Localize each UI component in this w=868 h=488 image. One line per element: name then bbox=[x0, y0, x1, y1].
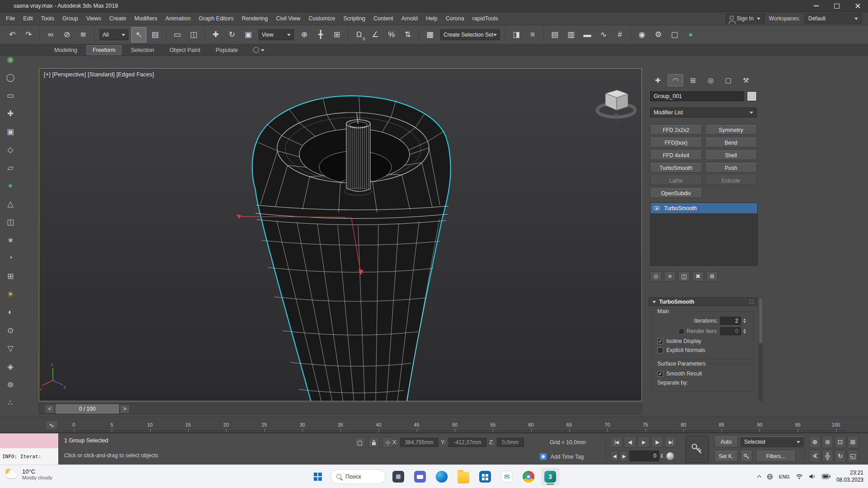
listener-line[interactable]: INFO: Iterat: bbox=[0, 448, 58, 465]
set-keys-button[interactable] bbox=[685, 436, 709, 463]
absolute-offset-mode-toggle[interactable]: ⊹ bbox=[382, 437, 393, 448]
select-and-rotate-icon[interactable]: ↻ bbox=[224, 27, 240, 42]
next-key-button[interactable]: ▶ bbox=[620, 450, 628, 461]
maxscript-mini-listener[interactable]: INFO: Iterat: bbox=[0, 433, 59, 465]
modifier-button-symmetry[interactable]: Symmetry bbox=[705, 125, 757, 135]
ribbon-toggle-icon[interactable]: ▬ bbox=[580, 27, 595, 42]
motion-tab-icon[interactable]: ◎ bbox=[703, 74, 718, 86]
add-time-tag[interactable]: Add Time Tag bbox=[551, 454, 584, 460]
frame-spinner[interactable] bbox=[660, 452, 663, 460]
stack-item-turbosmooth[interactable]: TurboSmooth bbox=[651, 203, 757, 213]
snaps-toggle-icon[interactable]: Ω3 bbox=[351, 27, 367, 42]
menu-civil-view[interactable]: Civil View bbox=[272, 12, 304, 25]
language-indicator[interactable]: ENG bbox=[779, 474, 790, 479]
track-bar[interactable]: ∿ 05101520253035404550556065707580859095… bbox=[0, 417, 868, 433]
pin-stack-icon[interactable]: ⊙ bbox=[650, 271, 662, 282]
taskbar-app-store[interactable] bbox=[476, 468, 494, 486]
modifier-button-opensubdiv[interactable]: OpenSubdiv bbox=[650, 188, 702, 198]
ribbon-tab-selection[interactable]: Selection bbox=[124, 45, 160, 55]
menu-rapidtools[interactable]: rapidTools bbox=[468, 12, 502, 25]
pan-icon[interactable]: ╬ bbox=[822, 450, 833, 462]
taskbar-search[interactable]: Поиск bbox=[330, 469, 386, 484]
left-tool-icon-13[interactable]: ⊞ bbox=[2, 268, 19, 284]
menu-modifiers[interactable]: Modifiers bbox=[130, 12, 161, 25]
make-unique-icon[interactable]: ◫ bbox=[678, 271, 690, 282]
x-coordinate-field[interactable]: 364,755mm bbox=[400, 438, 438, 447]
go-to-start-button[interactable]: |◀ bbox=[610, 436, 623, 448]
ribbon-tab-freeform[interactable]: Freeform bbox=[86, 45, 122, 55]
scene-explorer-icon[interactable]: ▤ bbox=[547, 27, 562, 42]
panel-scrollbar-thumb[interactable] bbox=[759, 298, 762, 343]
viewport-label[interactable]: [+] [Perspective] [Standard] [Edged Face… bbox=[44, 71, 154, 78]
left-tool-icon-20[interactable]: ∴ bbox=[2, 395, 19, 410]
play-button[interactable]: ▶ bbox=[637, 436, 650, 448]
select-and-link-icon[interactable]: ∞ bbox=[43, 27, 58, 42]
orbit-icon[interactable]: ↻ bbox=[835, 450, 846, 462]
sign-in-button[interactable]: Sign In bbox=[726, 14, 764, 23]
show-end-result-icon[interactable]: ≡ bbox=[664, 271, 676, 282]
current-frame-field[interactable]: 0 bbox=[629, 450, 659, 461]
smooth-result-checkbox[interactable]: ✓ bbox=[657, 371, 663, 377]
left-tool-icon-07[interactable]: ▱ bbox=[2, 160, 19, 175]
wifi-icon[interactable] bbox=[796, 474, 803, 479]
start-button[interactable] bbox=[309, 468, 327, 486]
keyboard-shortcut-override-icon[interactable]: ⊞ bbox=[329, 27, 344, 42]
left-tool-icon-14[interactable]: ☀ bbox=[2, 286, 19, 302]
key-selection-dropdown[interactable]: Selected bbox=[741, 436, 804, 447]
object-name-field[interactable]: Group_001 bbox=[650, 91, 744, 101]
create-tab-icon[interactable]: ✚ bbox=[650, 74, 665, 86]
taskbar-app-explorer[interactable] bbox=[454, 468, 472, 486]
ribbon-tab-object-paint[interactable]: Object Paint bbox=[163, 45, 207, 55]
left-tool-icon-01[interactable]: ◉ bbox=[2, 52, 19, 67]
menu-help[interactable]: Help bbox=[422, 12, 442, 25]
perspective-viewport[interactable]: x z y N [+] [Perspective] [Standard] [Ed… bbox=[39, 68, 642, 401]
isolate-selection-toggle[interactable]: ▢ bbox=[354, 437, 365, 448]
close-button[interactable] bbox=[847, 0, 868, 12]
menu-corona[interactable]: Corona bbox=[442, 12, 468, 25]
isoline-checkbox[interactable]: ✓ bbox=[657, 338, 663, 344]
display-tab-icon[interactable]: ▢ bbox=[721, 74, 736, 86]
iterations-field[interactable]: 2 bbox=[720, 317, 741, 325]
hierarchy-tab-icon[interactable]: ⊞ bbox=[685, 74, 701, 86]
taskbar-app-edge[interactable] bbox=[433, 468, 451, 486]
render-production-icon[interactable]: ● bbox=[683, 27, 698, 42]
menu-rendering[interactable]: Rendering bbox=[238, 12, 272, 25]
menu-content[interactable]: Content bbox=[369, 12, 397, 25]
left-tool-icon-15[interactable]: ◐ bbox=[2, 305, 19, 320]
modifier-button-ffd-4x4x4[interactable]: FFD 4x4x4 bbox=[650, 150, 702, 160]
left-tool-icon-19[interactable]: ⊚ bbox=[2, 377, 19, 392]
left-tool-icon-10[interactable]: ◫ bbox=[2, 214, 19, 230]
modifier-button-push[interactable]: Push bbox=[705, 163, 757, 173]
visibility-eye-icon[interactable] bbox=[654, 206, 660, 210]
previous-key-button[interactable]: ◀ bbox=[610, 450, 618, 461]
modify-tab-icon[interactable]: ◠ bbox=[668, 74, 683, 86]
ribbon-tab-modeling[interactable]: Modeling bbox=[48, 45, 84, 55]
workspaces-dropdown[interactable]: Default bbox=[805, 14, 862, 23]
left-tool-icon-03[interactable]: ▭ bbox=[2, 88, 19, 103]
select-and-manipulate-icon[interactable]: ╋ bbox=[313, 27, 328, 42]
filters-button[interactable]: Filters... bbox=[756, 451, 796, 462]
key-filters-icon-button[interactable] bbox=[741, 451, 752, 462]
modifier-button-shell[interactable]: Shell bbox=[705, 150, 757, 160]
ribbon-tab-populate[interactable]: Populate bbox=[209, 45, 244, 55]
modifier-button-lathe[interactable]: Lathe bbox=[650, 176, 702, 185]
utilities-tab-icon[interactable]: ⚒ bbox=[738, 74, 754, 86]
curve-editor-icon[interactable]: ∿ bbox=[596, 27, 611, 42]
reference-coordinate-dropdown[interactable]: View bbox=[259, 29, 294, 40]
explicit-normals-checkbox[interactable] bbox=[657, 347, 663, 353]
left-tool-icon-05[interactable]: ▣ bbox=[2, 124, 19, 139]
zoom-all-icon[interactable]: ⊚ bbox=[822, 436, 833, 448]
select-object-icon[interactable]: ↖ bbox=[131, 27, 146, 42]
percent-snap-icon[interactable]: % bbox=[384, 27, 399, 42]
clock[interactable]: 23:21 08.03.2023 bbox=[836, 469, 863, 483]
taskbar-app-3dsmax[interactable] bbox=[541, 468, 559, 486]
viewcube-north-label[interactable]: N bbox=[614, 119, 618, 124]
render-setup-icon[interactable]: ⚙ bbox=[651, 27, 666, 42]
modifier-button-extrude[interactable]: Extrude bbox=[705, 176, 757, 185]
align-icon[interactable]: ≡ bbox=[525, 27, 540, 42]
zoom-extents-icon[interactable]: ⊡ bbox=[835, 436, 846, 448]
next-frame-slider-button[interactable]: > bbox=[120, 404, 130, 413]
panel-scrollbar[interactable] bbox=[759, 297, 763, 401]
tray-chevron-icon[interactable] bbox=[757, 475, 762, 479]
taskbar-app-teams[interactable] bbox=[411, 468, 429, 486]
